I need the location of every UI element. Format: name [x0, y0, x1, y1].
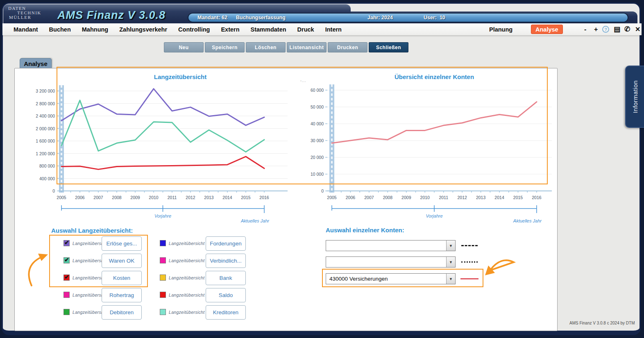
drucken-button[interactable]: Drucken [328, 42, 367, 52]
menu-druck[interactable]: Druck [297, 26, 314, 33]
listenansicht-button[interactable]: Listenansicht [287, 42, 327, 52]
help-icon[interactable]: ? [602, 26, 609, 33]
checkbox-label: Langzeitübersicht [169, 241, 204, 246]
chevron-down-icon[interactable]: ▼ [446, 257, 455, 267]
information-tab[interactable]: Information [625, 66, 644, 128]
application-root: DATEN TECHNIK MÜLLER AMS Finanz V 3.0.8 … [0, 0, 644, 338]
speichern-button[interactable]: Speichern [205, 42, 245, 52]
series-checkbox-erloese[interactable]: ✔ [63, 240, 70, 246]
svg-text:2005: 2005 [327, 195, 337, 200]
svg-text:1 200 000: 1 200 000 [36, 151, 55, 156]
svg-text:30 000: 30 000 [311, 138, 324, 143]
status-user: User: 10 [424, 15, 445, 20]
series-selection-heading: Auswahl Langzeitübersicht: [51, 227, 133, 234]
svg-text:2014: 2014 [494, 195, 504, 200]
svg-text:Aktuelles Jahr: Aktuelles Jahr [240, 218, 270, 223]
svg-text:2013: 2013 [476, 195, 486, 200]
maximize-icon[interactable]: + [594, 23, 598, 35]
series-checkbox-kosten[interactable]: ✔ [63, 274, 70, 281]
line-style-sample-solid [460, 278, 478, 279]
series-button-rohertrag[interactable]: Rohertrag [102, 288, 142, 302]
menu-mandant[interactable]: Mandant [14, 26, 38, 33]
menu-items: Mandant Buchen Mahnung Zahlungsverkehr C… [14, 23, 342, 35]
series-button-bank[interactable]: Bank [206, 271, 246, 285]
account-combo-1[interactable]: ▼ [326, 240, 456, 251]
svg-text:2007: 2007 [93, 195, 103, 200]
series-button-saldo[interactable]: Saldo [206, 288, 246, 302]
account-combo-2[interactable]: ▼ [326, 256, 456, 268]
svg-text:2013: 2013 [204, 195, 214, 200]
toolbar: Neu Speichern Löschen Listenansicht Druc… [164, 42, 408, 52]
checkbox-label: Langzeitübersicht [169, 275, 204, 280]
series-checkbox-verbindlichkeiten[interactable] [160, 257, 166, 263]
series-checkbox-waren[interactable]: ✔ [63, 257, 70, 263]
series-checkbox-debitoren[interactable] [63, 309, 70, 315]
account-combo-3[interactable]: 430000 Versicherungen ▼ [326, 273, 456, 284]
svg-text:2007: 2007 [364, 195, 374, 200]
series-checkbox-bank[interactable] [160, 274, 166, 281]
menu-intern[interactable]: Intern [325, 26, 342, 33]
svg-text:2012: 2012 [457, 195, 467, 200]
series-row: Langzeitübersicht [160, 309, 204, 315]
line-style-sample-dotted [461, 261, 478, 263]
series-button-forderungen[interactable]: Forderungen [206, 236, 246, 251]
analyse-active-button[interactable]: Analyse [531, 25, 563, 34]
svg-text:2008: 2008 [383, 195, 393, 200]
menu-buchen[interactable]: Buchen [49, 26, 71, 33]
svg-text:2006: 2006 [75, 195, 85, 200]
series-button-kosten[interactable]: Kosten [102, 271, 142, 285]
combo-value: 430000 Versicherungen [329, 274, 388, 284]
svg-text:2008: 2008 [112, 195, 122, 200]
series-button-waren[interactable]: Waren OK [102, 254, 142, 268]
series-button-verbindlichkeiten[interactable]: Verbindlich... [206, 254, 246, 268]
chevron-down-icon[interactable]: ▼ [446, 240, 455, 251]
menu-stammdaten[interactable]: Stammdaten [251, 26, 286, 33]
checkbox-label: Langzeitübersicht [169, 258, 204, 263]
menu-controlling[interactable]: Controlling [178, 26, 210, 33]
series-checkbox-forderungen[interactable] [160, 240, 166, 246]
series-button-kreditoren[interactable]: Kreditoren [206, 305, 246, 320]
svg-text:2010: 2010 [420, 195, 430, 200]
app-title: AMS Finanz V 3.0.8 [57, 9, 166, 22]
svg-text:2015: 2015 [241, 195, 251, 200]
status-mandant: Mandant: 62 [197, 15, 227, 20]
svg-text:2015: 2015 [513, 195, 523, 200]
line-style-sample-dashed [461, 245, 478, 246]
svg-text:Vorjahre: Vorjahre [154, 213, 171, 218]
series-button-debitoren[interactable]: Debitoren [102, 305, 142, 320]
schliessen-button[interactable]: Schließen [369, 42, 408, 52]
series-checkbox-saldo[interactable] [160, 292, 166, 298]
konten-chart: 010 00020 00030 00040 00050 00060 000200… [301, 70, 558, 227]
minimize-icon[interactable]: - [584, 23, 586, 35]
phone-icon[interactable]: ✆ [624, 23, 630, 35]
series-row: Langzeitübersicht [160, 274, 204, 281]
menu-mahnung[interactable]: Mahnung [82, 26, 108, 33]
menu-extern[interactable]: Extern [221, 26, 239, 33]
menu-planung[interactable]: Planung [489, 23, 512, 35]
svg-text:Vorjahre: Vorjahre [426, 213, 442, 218]
neu-button[interactable]: Neu [164, 42, 204, 52]
svg-text:3 200 000: 3 200 000 [36, 88, 55, 93]
svg-text:2 800 000: 2 800 000 [36, 101, 55, 106]
menubar: Mandant Buchen Mahnung Zahlungsverkehr C… [2, 23, 642, 35]
log-book-icon[interactable]: ▤ [614, 23, 620, 35]
tab-analyse[interactable]: Analyse [20, 58, 52, 68]
svg-text:40 000: 40 000 [311, 121, 324, 126]
chevron-down-icon[interactable]: ▼ [446, 274, 455, 284]
svg-text:2011: 2011 [439, 195, 448, 200]
menu-zahlungsverkehr[interactable]: Zahlungsverkehr [119, 26, 167, 33]
footer-version-note: AMS Finanz V 3.0.8 c 2024 by DTM [569, 321, 635, 325]
accounts-selection-heading: Auswahl einzelner Konten: [326, 227, 404, 234]
svg-text:Aktuelles Jahr: Aktuelles Jahr [513, 218, 542, 223]
svg-text:2011: 2011 [168, 195, 177, 200]
loeschen-button[interactable]: Löschen [246, 42, 286, 52]
svg-text:2010: 2010 [149, 195, 159, 200]
svg-text:1 600 000: 1 600 000 [36, 138, 55, 143]
svg-text:2009: 2009 [130, 195, 140, 200]
series-button-erloese[interactable]: Erlöse ges... [102, 236, 142, 251]
checkbox-label: Langzeitübersicht [169, 310, 204, 315]
logo-line: MÜLLER [8, 15, 41, 20]
close-icon[interactable]: ✕ [635, 23, 640, 35]
series-checkbox-rohertrag[interactable] [63, 292, 70, 298]
series-checkbox-kreditoren[interactable] [160, 309, 166, 315]
